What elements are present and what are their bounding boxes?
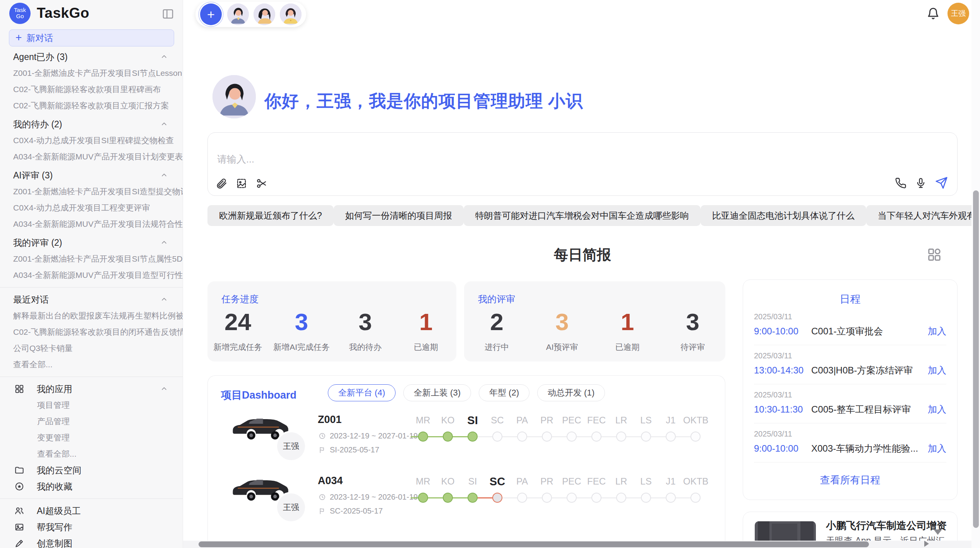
notification-bell-icon[interactable] bbox=[927, 7, 940, 20]
horizontal-scrollbar[interactable] bbox=[183, 541, 971, 548]
tab-all-new-platform[interactable]: 全新平台 (4) bbox=[328, 384, 396, 401]
view-all-chats[interactable]: 查看全部... bbox=[0, 356, 183, 373]
stat-label: 我的待办 bbox=[340, 342, 391, 353]
send-icon[interactable] bbox=[935, 176, 948, 189]
new-chat-button[interactable]: + 新对话 bbox=[9, 29, 174, 46]
sidebar-item-change-mgmt[interactable]: 变更管理 bbox=[0, 430, 183, 446]
project-row-z001[interactable]: 王强 Z001 2023-12-19 ~ 2027-01-19 SI-2025-… bbox=[208, 410, 725, 472]
sidebar-item-write-helper[interactable]: 帮我写作 bbox=[0, 519, 183, 535]
section-title: 我的待办 (2) bbox=[13, 118, 62, 130]
stat-row: 24 新增完成任务 3 新增AI完成任务 3 我的待办 1 已逾期 bbox=[207, 309, 456, 353]
milestone-node bbox=[666, 493, 676, 503]
sidebar-item-cloud-space[interactable]: 我的云空间 bbox=[0, 462, 183, 478]
flag-icon bbox=[319, 507, 326, 515]
microphone-icon[interactable] bbox=[915, 177, 927, 189]
collapse-sidebar-icon[interactable] bbox=[162, 8, 174, 19]
list-item[interactable]: C0X4-动力总成开发项目SI里程碑提交物检查 bbox=[0, 132, 183, 149]
scissors-icon[interactable] bbox=[256, 178, 267, 189]
view-all-apps[interactable]: 查看全部... bbox=[0, 446, 183, 462]
owner-avatar: 王强 bbox=[277, 493, 305, 521]
plus-icon: + bbox=[15, 31, 22, 44]
list-item[interactable]: C02-飞腾新能源轻客改款项目里程碑画布 bbox=[0, 81, 183, 98]
stat-overdue: 1 已逾期 bbox=[602, 309, 653, 353]
vertical-scrollbar[interactable] bbox=[971, 0, 980, 548]
join-link[interactable]: 加入 bbox=[928, 442, 946, 455]
scroll-down-arrow-icon[interactable] bbox=[934, 529, 942, 535]
schedule-entry: 2025/03/11 9:00-10:00 C001-立项审批会 加入 bbox=[743, 306, 957, 339]
stat-label: 已逾期 bbox=[602, 342, 653, 353]
stat-label: 新增AI完成任务 bbox=[273, 342, 330, 353]
sidebar-item-creative-draw[interactable]: 创意制图 bbox=[0, 535, 183, 548]
phone-call-icon[interactable] bbox=[895, 177, 906, 189]
agent-avatar-2[interactable] bbox=[254, 3, 275, 25]
list-item[interactable]: A034-全新新能源MUV产品开发项目法规符合性评审 bbox=[0, 216, 183, 232]
list-item[interactable]: Z001-全新燃油皮卡产品开发项目SI节点Lesson Learn报告 bbox=[0, 65, 183, 81]
schedule-title: 日程 bbox=[743, 292, 957, 306]
project-date-range: 2023-12-19 ~ 2026-01-19 bbox=[330, 493, 418, 502]
divider bbox=[754, 462, 946, 462]
sidebar-item-product-mgmt[interactable]: 产品管理 bbox=[0, 413, 183, 430]
suggestion-chip[interactable]: 比亚迪全固态电池计划具体说了什么 bbox=[701, 205, 866, 226]
list-item[interactable]: 公司Q3轻卡销量 bbox=[0, 340, 183, 356]
tab-powertrain[interactable]: 动总开发 (1) bbox=[537, 384, 605, 401]
stat-label: 待评审 bbox=[668, 342, 718, 353]
suggestion-chip[interactable]: 欧洲新规最近颁布了什么? bbox=[207, 205, 334, 226]
image-upload-icon[interactable] bbox=[236, 178, 247, 189]
list-item[interactable]: Z001-全新燃油轻卡产品开发项目SI节点属性5D文件评审 bbox=[0, 251, 183, 267]
join-link[interactable]: 加入 bbox=[928, 325, 946, 337]
list-item[interactable]: A034-全新新能源MUV产品开发项目计划变更表编写 bbox=[0, 149, 183, 165]
list-item[interactable]: C0X4-动力总成开发项目工程变更评审 bbox=[0, 200, 183, 216]
section-ai-review[interactable]: AI评审 (3) bbox=[0, 167, 183, 183]
vertical-scrollbar-thumb[interactable] bbox=[973, 190, 979, 528]
horizontal-scrollbar-thumb[interactable] bbox=[199, 541, 869, 547]
section-my-review[interactable]: 我的评审 (2) bbox=[0, 235, 183, 251]
flag-icon bbox=[319, 446, 326, 454]
agent-avatar-3[interactable] bbox=[280, 3, 302, 25]
card-title: 任务进度 bbox=[221, 293, 259, 305]
join-link[interactable]: 加入 bbox=[928, 364, 946, 377]
stat-ai-prereview: 3 AI预评审 bbox=[537, 309, 587, 353]
suggestion-chip[interactable]: 如何写一份清晰的项目周报 bbox=[334, 205, 464, 226]
divider bbox=[0, 498, 183, 499]
favorites-label: 我的收藏 bbox=[37, 481, 168, 493]
list-item[interactable]: A034-全新新能源MUV产品开发项目造型可行性评审 bbox=[0, 267, 183, 283]
tab-new-body[interactable]: 全新上装 (3) bbox=[403, 384, 471, 401]
list-item[interactable]: C02-飞腾新能源轻客改款项目的闭环通告反馈情况 bbox=[0, 324, 183, 340]
entry-name: X003-车辆动力学性能验... bbox=[811, 442, 923, 455]
agent-avatar-group: + bbox=[195, 2, 306, 27]
milestone: OKTB bbox=[683, 411, 708, 442]
project-flag-text: SC-2025-05-17 bbox=[330, 507, 383, 515]
pen-icon bbox=[14, 538, 24, 548]
list-item[interactable]: C02-飞腾新能源轻客改款项目立项汇报方案 bbox=[0, 98, 183, 114]
agent-avatar-1[interactable] bbox=[227, 3, 249, 25]
section-agent-done[interactable]: Agent已办 (3) bbox=[0, 49, 183, 65]
sidebar-item-project-mgmt[interactable]: 项目管理 bbox=[0, 397, 183, 413]
section-my-todo[interactable]: 我的待办 (2) bbox=[0, 116, 183, 132]
sidebar-item-ai-employee[interactable]: AI超级员工 bbox=[0, 503, 183, 519]
milestone-node bbox=[492, 493, 502, 503]
sidebar-item-favorites[interactable]: 我的收藏 bbox=[0, 478, 183, 495]
stat-value: 3 bbox=[537, 309, 587, 335]
add-agent-button[interactable]: + bbox=[200, 3, 222, 25]
layout-grid-icon[interactable] bbox=[927, 247, 942, 262]
stat-value: 2 bbox=[471, 309, 522, 335]
scroll-right-arrow-icon[interactable] bbox=[924, 541, 929, 547]
list-item[interactable]: 解释最新出台的欧盟报废车法规再生塑料比例被调至15%... bbox=[0, 308, 183, 324]
list-item[interactable]: Z001-全新燃油轻卡产品开发项目SI造型提交物评审 bbox=[0, 183, 183, 200]
milestone-node bbox=[690, 432, 701, 442]
join-link[interactable]: 加入 bbox=[928, 403, 946, 416]
sidebar-item-my-apps[interactable]: 我的应用 bbox=[0, 381, 183, 397]
milestone-node bbox=[666, 432, 676, 442]
view-all-schedule-link[interactable]: 查看所有日程 bbox=[743, 473, 957, 487]
section-recent-chats[interactable]: 最近对话 bbox=[0, 291, 183, 308]
chevron-up-icon bbox=[160, 120, 168, 128]
project-dates: 2023-12-19 ~ 2026-01-19 bbox=[319, 493, 418, 502]
project-flag-text: SI-2025-05-17 bbox=[330, 445, 379, 454]
tab-model-year[interactable]: 年型 (2) bbox=[479, 384, 529, 401]
suggestion-chip[interactable]: 当下年轻人对汽车外观有怎样的喜好趋势 bbox=[866, 205, 980, 226]
suggestion-chip[interactable]: 特朗普可能对进口汽车增税会对中国车企造成哪些影响 bbox=[464, 205, 701, 226]
chat-input-box[interactable]: 请输入... bbox=[207, 132, 958, 196]
project-row-a034[interactable]: 王强 A034 2023-12-19 ~ 2026-01-19 SC-2025-… bbox=[208, 471, 725, 533]
user-avatar[interactable]: 王强 bbox=[947, 3, 969, 24]
attachment-icon[interactable] bbox=[216, 178, 227, 189]
